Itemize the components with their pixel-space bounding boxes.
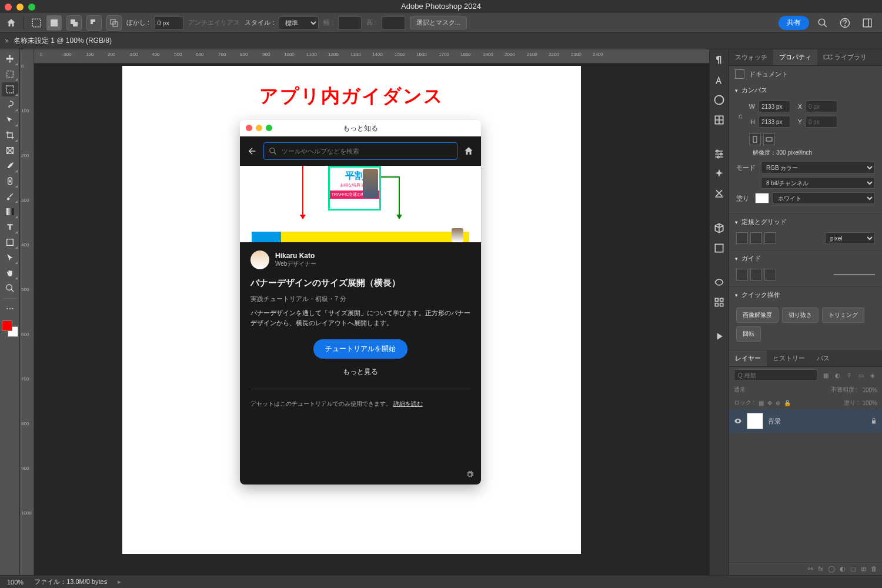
canvas-height-input[interactable] (759, 116, 790, 128)
sliders-icon[interactable] (713, 148, 725, 160)
pattern-icon[interactable] (713, 296, 725, 308)
canvas-section-header[interactable]: ▾ カンバス (729, 82, 882, 98)
search-input[interactable] (282, 148, 452, 155)
filter-pixel-icon[interactable]: ▦ (821, 370, 830, 380)
see-more-link[interactable]: もっと見る (250, 367, 470, 377)
marquee-tool[interactable] (2, 82, 18, 96)
play-icon[interactable] (713, 330, 725, 342)
guide-icon-1[interactable] (736, 269, 748, 280)
details-link[interactable]: 詳細を読む (393, 400, 423, 407)
grid-icon[interactable] (750, 232, 762, 244)
panel-close-icon[interactable] (246, 125, 252, 131)
panel-maximize-icon[interactable] (266, 125, 272, 131)
brush-tool[interactable] (2, 189, 18, 203)
bit-depth-select[interactable]: 8 bit/チャンネル (761, 177, 875, 189)
eyedropper-tool[interactable] (2, 159, 18, 173)
orientation-portrait-icon[interactable] (749, 133, 761, 145)
link-dimensions-icon[interactable]: ⎌ (736, 101, 744, 131)
color-swatches[interactable] (2, 320, 18, 337)
document-tab[interactable]: × 名称未設定 1 @ 100% (RGB/8) (5, 36, 112, 46)
type-tool[interactable] (2, 220, 18, 234)
adjustment-icon[interactable] (713, 114, 725, 126)
ruler-icon[interactable] (736, 232, 748, 244)
home-icon[interactable] (463, 146, 474, 156)
maximize-window-icon[interactable] (28, 4, 35, 11)
edit-toolbar[interactable]: ⋯ (2, 302, 18, 316)
history-tab[interactable]: ヒストリー (767, 350, 811, 366)
add-selection-icon[interactable] (66, 15, 82, 31)
fx-icon[interactable]: fx (818, 565, 823, 573)
zoom-tool[interactable] (2, 281, 18, 295)
mac-traffic-lights[interactable] (5, 4, 35, 11)
orientation-landscape-icon[interactable] (763, 133, 775, 145)
layers-tab[interactable]: レイヤー (729, 350, 767, 366)
new-selection-icon[interactable] (46, 15, 62, 31)
filter-shape-icon[interactable]: ▭ (856, 370, 866, 380)
path-select-tool[interactable] (2, 250, 18, 265)
lock-position-icon[interactable]: ✥ (767, 400, 772, 406)
layers-dock-icon[interactable] (713, 242, 725, 254)
intersect-selection-icon[interactable] (106, 15, 122, 31)
layer-filter-input[interactable] (734, 369, 817, 381)
group-icon[interactable]: ▢ (850, 565, 856, 573)
rotate-button[interactable]: 回転 (736, 326, 761, 342)
feather-input[interactable] (154, 16, 183, 29)
search-box[interactable] (263, 142, 457, 160)
subtract-selection-icon[interactable] (86, 15, 102, 31)
frame-tool[interactable] (2, 143, 18, 158)
visibility-icon[interactable] (734, 417, 742, 425)
paragraph-icon[interactable] (713, 54, 725, 66)
lock-pixels-icon[interactable]: ▦ (759, 400, 764, 406)
minimize-window-icon[interactable] (16, 4, 24, 11)
shape-tool[interactable] (2, 235, 18, 249)
swatches-tab[interactable]: スウォッチ (729, 49, 773, 65)
search-icon[interactable] (817, 18, 828, 28)
guide-section-header[interactable]: ▾ ガイド (729, 250, 882, 266)
home-icon[interactable] (6, 18, 16, 28)
crop-tool[interactable] (2, 128, 18, 142)
trim-button[interactable]: トリミング (822, 308, 864, 323)
ruler-unit-select[interactable]: pixel (825, 232, 875, 244)
fill-color-swatch[interactable] (755, 193, 769, 203)
magic-icon[interactable] (713, 168, 725, 180)
new-layer-icon[interactable]: ⊞ (861, 565, 866, 573)
delete-layer-icon[interactable]: 🗑 (871, 565, 877, 573)
help-icon[interactable] (840, 18, 850, 28)
color-mode-select[interactable]: RGB カラー (761, 162, 875, 173)
select-and-mask-button[interactable]: 選択とマスク... (410, 16, 467, 29)
back-icon[interactable] (247, 146, 258, 156)
document-canvas[interactable]: アプリ内ガイダンス もっと知る (122, 66, 581, 554)
style-select[interactable]: 標準 (279, 16, 319, 29)
crop-button[interactable]: 切り抜き (782, 308, 818, 323)
ruler-grid-section-header[interactable]: ▾ 定規とグリッド (729, 214, 882, 230)
mask-icon[interactable]: ◯ (828, 565, 835, 573)
3d-icon[interactable] (713, 222, 725, 234)
workspace-icon[interactable] (862, 18, 873, 28)
move-tool[interactable] (2, 52, 18, 66)
character-icon[interactable] (713, 74, 725, 86)
properties-tab[interactable]: プロパティ (773, 49, 817, 65)
image-size-button[interactable]: 画像解像度 (736, 308, 779, 323)
gear-icon[interactable] (466, 470, 474, 479)
healing-tool[interactable] (2, 174, 18, 188)
filter-type-icon[interactable]: T (844, 370, 854, 380)
share-button[interactable]: 共有 (779, 16, 809, 30)
color-icon[interactable] (713, 94, 725, 106)
fill-select[interactable]: ホワイト (773, 192, 875, 204)
paths-tab[interactable]: パス (811, 350, 836, 366)
lock-icon[interactable] (870, 417, 877, 425)
filter-adjust-icon[interactable]: ◐ (833, 370, 842, 380)
lock-all-icon[interactable]: 🔒 (784, 400, 791, 406)
adjustment-layer-icon[interactable]: ◐ (840, 565, 846, 573)
close-tab-icon[interactable]: × (5, 37, 9, 45)
canvas-width-input[interactable] (759, 101, 790, 112)
layer-row[interactable]: 背景 (729, 409, 882, 433)
brushes-icon[interactable] (713, 276, 725, 288)
tools-icon[interactable] (713, 188, 725, 200)
pixel-grid-icon[interactable] (764, 232, 776, 244)
cc-libraries-tab[interactable]: CC ライブラリ (817, 49, 873, 65)
close-window-icon[interactable] (5, 4, 12, 11)
fill-opacity-value[interactable]: 100% (862, 400, 877, 406)
layer-name[interactable]: 背景 (768, 417, 866, 426)
quick-select-tool[interactable] (2, 113, 18, 127)
